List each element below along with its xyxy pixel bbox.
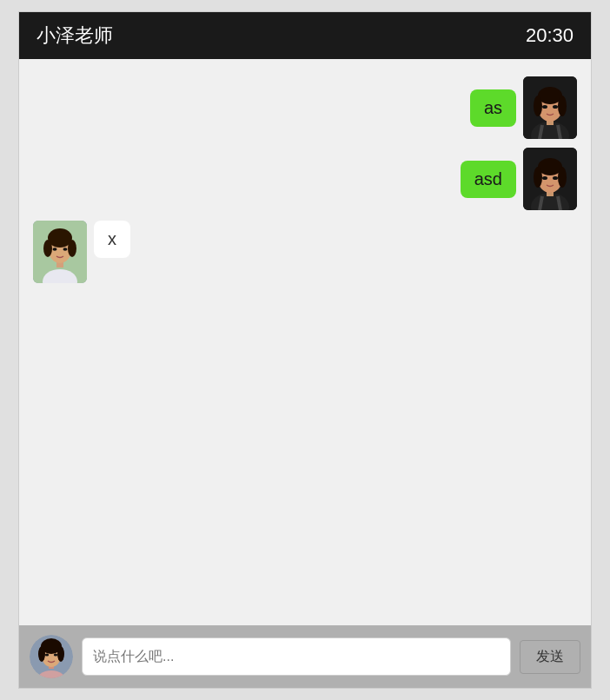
svg-point-14	[534, 167, 542, 188]
message-input[interactable]	[82, 637, 511, 676]
avatar-right-1	[523, 76, 577, 139]
chat-window: 小泽老师 20:30 as	[18, 11, 592, 689]
messages-area: as	[19, 59, 591, 625]
right-bubbles: as	[461, 76, 577, 210]
chat-time: 20:30	[526, 24, 574, 47]
svg-point-7	[542, 105, 547, 109]
svg-point-8	[553, 105, 558, 109]
bubble-x: x	[94, 221, 130, 258]
message-row-as: as	[470, 76, 577, 139]
svg-point-15	[558, 167, 567, 188]
footer-avatar	[30, 635, 73, 678]
svg-point-6	[558, 96, 567, 116]
svg-point-16	[542, 176, 547, 180]
svg-point-5	[534, 96, 542, 116]
svg-point-32	[38, 646, 45, 662]
svg-point-34	[45, 653, 49, 656]
chat-footer: 发送	[19, 625, 591, 688]
svg-point-23	[43, 240, 52, 257]
send-button[interactable]: 发送	[520, 640, 580, 674]
message-row-asd: asd	[461, 148, 577, 210]
svg-point-35	[54, 653, 57, 656]
svg-point-17	[553, 176, 558, 180]
svg-point-24	[68, 240, 76, 257]
bubble-as: as	[470, 89, 516, 127]
svg-point-26	[63, 248, 68, 251]
avatar-right-2	[523, 148, 577, 210]
svg-point-33	[57, 646, 64, 662]
chat-title: 小泽老师	[36, 23, 113, 49]
svg-point-25	[53, 248, 57, 251]
chat-header: 小泽老师 20:30	[19, 12, 591, 59]
left-message-group: x	[33, 221, 577, 283]
right-message-group: as	[33, 76, 577, 210]
bubble-asd: asd	[461, 161, 516, 198]
avatar-left	[33, 221, 87, 283]
